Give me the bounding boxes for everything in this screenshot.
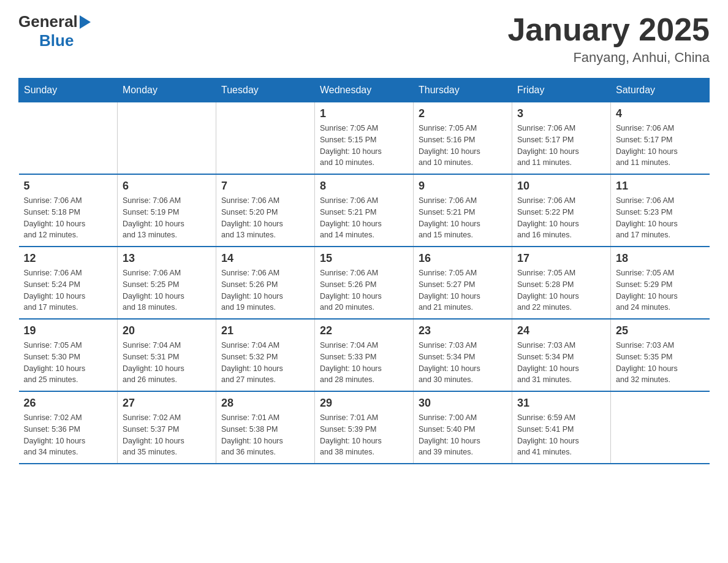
day-number: 2	[419, 107, 507, 120]
logo-triangle-icon	[80, 15, 91, 29]
day-info: Sunset: 5:35 PM	[616, 351, 705, 363]
day-info: Sunset: 5:30 PM	[24, 351, 113, 363]
day-info: Daylight: 10 hours	[517, 363, 605, 375]
calendar-cell: 9Sunrise: 7:06 AMSunset: 5:21 PMDaylight…	[414, 174, 512, 247]
logo: General Blue	[18, 12, 91, 50]
day-info: Sunset: 5:34 PM	[419, 351, 507, 363]
calendar-cell: 13Sunrise: 7:06 AMSunset: 5:25 PMDayligh…	[118, 247, 216, 319]
day-info: and 11 minutes.	[517, 157, 605, 169]
day-info: Daylight: 10 hours	[123, 291, 211, 302]
calendar-cell: 12Sunrise: 7:06 AMSunset: 5:24 PMDayligh…	[19, 247, 118, 319]
day-number: 16	[419, 252, 507, 265]
calendar-cell: 27Sunrise: 7:02 AMSunset: 5:37 PMDayligh…	[118, 391, 216, 464]
calendar-week-row: 1Sunrise: 7:05 AMSunset: 5:15 PMDaylight…	[19, 102, 710, 175]
calendar-week-row: 5Sunrise: 7:06 AMSunset: 5:18 PMDaylight…	[19, 174, 710, 247]
day-info: Sunrise: 7:06 AM	[616, 195, 705, 207]
day-info: and 20 minutes.	[320, 302, 408, 313]
day-number: 30	[419, 397, 507, 410]
day-info: Sunrise: 7:05 AM	[616, 267, 705, 279]
logo-general-text: General	[18, 12, 78, 31]
title-section: January 2025 Fanyang, Anhui, China	[507, 12, 710, 66]
day-number: 23	[419, 324, 507, 337]
day-info: Sunrise: 7:06 AM	[24, 195, 113, 207]
day-info: and 11 minutes.	[616, 157, 705, 169]
day-info: Sunrise: 7:06 AM	[419, 195, 507, 207]
day-info: Daylight: 10 hours	[419, 291, 507, 302]
calendar-cell: 30Sunrise: 7:00 AMSunset: 5:40 PMDayligh…	[414, 391, 512, 464]
day-info: and 13 minutes.	[221, 229, 309, 241]
calendar-week-row: 26Sunrise: 7:02 AMSunset: 5:36 PMDayligh…	[19, 391, 710, 464]
calendar-cell	[118, 102, 216, 175]
day-number: 26	[24, 397, 113, 410]
day-info: and 36 minutes.	[221, 446, 309, 458]
day-number: 18	[616, 252, 705, 265]
day-info: Daylight: 10 hours	[123, 435, 211, 447]
calendar-cell: 2Sunrise: 7:05 AMSunset: 5:16 PMDaylight…	[414, 102, 512, 175]
day-number: 15	[320, 252, 408, 265]
day-info: and 26 minutes.	[123, 374, 211, 386]
day-info: and 18 minutes.	[123, 302, 211, 313]
calendar-cell: 22Sunrise: 7:04 AMSunset: 5:33 PMDayligh…	[315, 319, 414, 391]
day-info: and 10 minutes.	[419, 157, 507, 169]
day-info: Daylight: 10 hours	[320, 218, 408, 230]
calendar-cell: 1Sunrise: 7:05 AMSunset: 5:15 PMDaylight…	[315, 102, 414, 175]
day-info: Sunrise: 7:02 AM	[123, 412, 211, 424]
day-info: Sunrise: 7:06 AM	[221, 195, 309, 207]
header-thursday: Thursday	[414, 79, 512, 102]
calendar-cell: 23Sunrise: 7:03 AMSunset: 5:34 PMDayligh…	[414, 319, 512, 391]
day-number: 31	[517, 397, 605, 410]
day-info: Sunrise: 7:06 AM	[616, 123, 705, 134]
day-info: and 30 minutes.	[419, 374, 507, 386]
day-number: 25	[616, 324, 705, 337]
day-info: Sunrise: 7:05 AM	[517, 267, 605, 279]
day-info: Sunset: 5:41 PM	[517, 424, 605, 435]
day-info: Sunrise: 7:05 AM	[24, 340, 113, 351]
calendar-cell: 16Sunrise: 7:05 AMSunset: 5:27 PMDayligh…	[414, 247, 512, 319]
day-info: and 10 minutes.	[320, 157, 408, 169]
day-info: Sunrise: 7:06 AM	[24, 267, 113, 279]
header-wednesday: Wednesday	[315, 79, 414, 102]
day-info: Sunset: 5:17 PM	[616, 134, 705, 146]
day-info: Sunrise: 7:03 AM	[419, 340, 507, 351]
calendar-cell: 26Sunrise: 7:02 AMSunset: 5:36 PMDayligh…	[19, 391, 118, 464]
header-monday: Monday	[118, 79, 216, 102]
header-sunday: Sunday	[19, 79, 118, 102]
header-saturday: Saturday	[611, 79, 710, 102]
calendar-cell	[216, 102, 315, 175]
day-number: 20	[123, 324, 211, 337]
day-info: Daylight: 10 hours	[123, 363, 211, 375]
calendar-cell: 4Sunrise: 7:06 AMSunset: 5:17 PMDaylight…	[611, 102, 710, 175]
day-info: and 32 minutes.	[616, 374, 705, 386]
day-info: and 19 minutes.	[221, 302, 309, 313]
calendar-table: SundayMondayTuesdayWednesdayThursdayFrid…	[18, 78, 710, 464]
day-number: 17	[517, 252, 605, 265]
logo-blue-text: Blue	[39, 31, 74, 50]
calendar-cell: 31Sunrise: 6:59 AMSunset: 5:41 PMDayligh…	[512, 391, 611, 464]
day-number: 29	[320, 397, 408, 410]
day-number: 28	[221, 397, 309, 410]
day-info: and 14 minutes.	[320, 229, 408, 241]
day-number: 10	[517, 180, 605, 193]
day-info: Sunrise: 7:04 AM	[221, 340, 309, 351]
day-info: Sunset: 5:39 PM	[320, 424, 408, 435]
day-number: 27	[123, 397, 211, 410]
day-info: Sunrise: 7:03 AM	[616, 340, 705, 351]
day-info: Sunset: 5:27 PM	[419, 279, 507, 291]
day-number: 9	[419, 180, 507, 193]
day-info: Sunset: 5:28 PM	[517, 279, 605, 291]
day-number: 21	[221, 324, 309, 337]
day-number: 6	[123, 180, 211, 193]
calendar-week-row: 12Sunrise: 7:06 AMSunset: 5:24 PMDayligh…	[19, 247, 710, 319]
page-header: General Blue January 2025 Fanyang, Anhui…	[18, 12, 710, 66]
day-info: and 15 minutes.	[419, 229, 507, 241]
day-info: Sunrise: 7:01 AM	[320, 412, 408, 424]
day-info: and 25 minutes.	[24, 374, 113, 386]
calendar-cell: 15Sunrise: 7:06 AMSunset: 5:26 PMDayligh…	[315, 247, 414, 319]
calendar-cell: 6Sunrise: 7:06 AMSunset: 5:19 PMDaylight…	[118, 174, 216, 247]
day-info: Sunrise: 7:05 AM	[419, 267, 507, 279]
day-number: 4	[616, 107, 705, 120]
day-info: Sunrise: 7:05 AM	[419, 123, 507, 134]
day-info: Sunset: 5:34 PM	[517, 351, 605, 363]
day-info: Daylight: 10 hours	[616, 146, 705, 158]
day-info: Sunset: 5:23 PM	[616, 207, 705, 218]
